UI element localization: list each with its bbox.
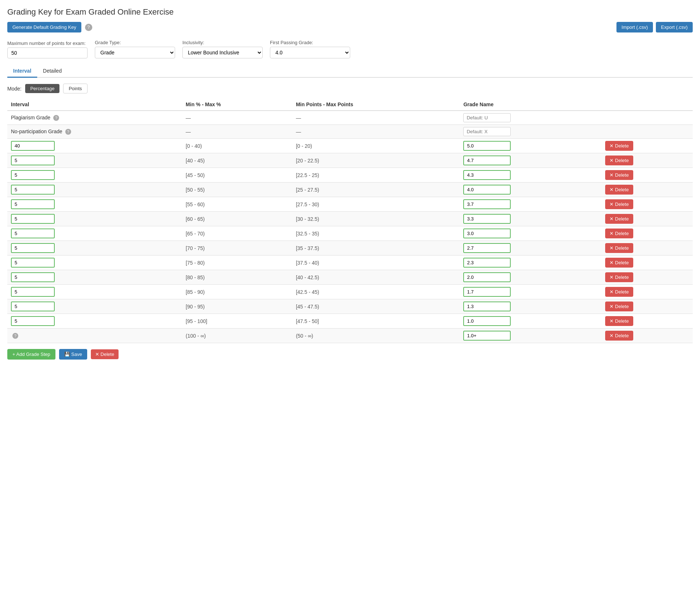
interval-cell [7, 314, 182, 329]
grade-name-input[interactable] [463, 214, 511, 224]
interval-input[interactable] [11, 185, 55, 195]
delete-cell: ✕ Delete [602, 285, 693, 299]
grade-default-input[interactable] [463, 127, 511, 136]
interval-cell [7, 270, 182, 285]
delete-row-button[interactable]: ✕ Delete [605, 243, 633, 253]
interval-input[interactable] [11, 287, 55, 297]
grade-name-cell [460, 299, 602, 314]
import-csv-button[interactable]: Import (.csv) [616, 22, 653, 32]
interval-input[interactable] [11, 229, 55, 238]
interval-input[interactable] [11, 170, 55, 180]
min-max-pct-cell: [50 - 55) [182, 183, 292, 197]
delete-row-button[interactable]: ✕ Delete [605, 229, 633, 238]
help-icon[interactable]: ? [65, 129, 71, 135]
interval-input[interactable] [11, 316, 55, 326]
grade-name-input[interactable] [463, 229, 511, 238]
delete-row-button[interactable]: ✕ Delete [605, 316, 633, 326]
interval-input[interactable] [11, 156, 55, 165]
min-max-pct-cell: [40 - 45) [182, 153, 292, 168]
mode-label: Mode: [7, 86, 22, 92]
grade-name-input[interactable] [463, 287, 511, 297]
grade-name-cell [460, 197, 602, 212]
interval-input[interactable] [11, 302, 55, 311]
delete-row-button[interactable]: ✕ Delete [605, 272, 633, 282]
col-header-interval: Interval [7, 99, 182, 111]
delete-cell: ✕ Delete [602, 139, 693, 153]
grade-type-select[interactable]: Grade Pass/Fail [95, 47, 175, 58]
delete-row-button[interactable]: ✕ Delete [605, 170, 633, 180]
first-passing-grade-select[interactable]: 1.0 1.3 1.7 2.0 2.3 2.7 3.0 3.3 3.7 4.0 … [270, 47, 350, 58]
interval-cell [7, 197, 182, 212]
help-icon[interactable]: ? [85, 24, 92, 31]
top-bar-right: Import (.csv) Export (.csv) [616, 22, 693, 32]
delete-cell: ✕ Delete [602, 197, 693, 212]
delete-row-button[interactable]: ✕ Delete [605, 199, 633, 209]
delete-row-button[interactable]: ✕ Delete [605, 141, 633, 151]
grade-name-input[interactable] [463, 243, 511, 253]
min-max-pct-cell: [85 - 90) [182, 285, 292, 299]
grade-name-input[interactable] [463, 185, 511, 195]
interval-cell [7, 226, 182, 241]
tab-detailed[interactable]: Detailed [37, 65, 67, 78]
min-max-points-cell: [22.5 - 25) [292, 168, 460, 183]
grade-name-input[interactable] [463, 272, 511, 282]
mode-points-button[interactable]: Points [63, 84, 87, 93]
first-passing-grade-group: First Passing Grade: 1.0 1.3 1.7 2.0 2.3… [270, 40, 350, 58]
delete-row-button[interactable]: ✕ Delete [605, 156, 633, 165]
grade-name-input[interactable] [463, 331, 511, 341]
min-max-pct-cell: [80 - 85) [182, 270, 292, 285]
special-row-minmax: — [182, 111, 292, 125]
help-icon[interactable]: ? [53, 115, 59, 121]
tab-interval[interactable]: Interval [7, 65, 37, 78]
col-header-actions [602, 99, 693, 111]
help-icon[interactable]: ? [12, 333, 18, 339]
interval-input[interactable] [11, 199, 55, 209]
min-max-points-cell: [42.5 - 45) [292, 285, 460, 299]
interval-cell [7, 241, 182, 256]
delete-row-button[interactable]: ✕ Delete [605, 185, 633, 195]
grade-name-input[interactable] [463, 258, 511, 268]
delete-row-button[interactable]: ✕ Delete [605, 331, 633, 341]
top-bar-left: Generate Default Grading Key ? [7, 22, 92, 32]
grade-name-cell [460, 226, 602, 241]
grade-name-input[interactable] [463, 156, 511, 165]
save-button[interactable]: 💾 Save [59, 349, 87, 360]
special-row-name: No-participation Grade ? [7, 125, 182, 139]
grade-name-input[interactable] [463, 141, 511, 151]
delete-button[interactable]: ✕ Delete [91, 349, 119, 359]
min-max-pct-cell: [90 - 95) [182, 299, 292, 314]
generate-default-grading-key-button[interactable]: Generate Default Grading Key [7, 22, 81, 32]
table-row: [75 - 80) [37.5 - 40) ✕ Delete [7, 256, 693, 270]
delete-cell: ✕ Delete [602, 270, 693, 285]
interval-cell [7, 285, 182, 299]
add-grade-step-button[interactable]: + Add Grade Step [7, 349, 55, 360]
delete-row-button[interactable]: ✕ Delete [605, 302, 633, 311]
grade-name-input[interactable] [463, 199, 511, 209]
export-csv-button[interactable]: Export (.csv) [656, 22, 693, 32]
min-max-points-cell: (50 - ∞) [292, 329, 460, 343]
min-max-points-cell: [0 - 20) [292, 139, 460, 153]
min-max-pct-cell: [65 - 70) [182, 226, 292, 241]
interval-input[interactable] [11, 214, 55, 224]
interval-input[interactable] [11, 272, 55, 282]
mode-percentage-button[interactable]: Percentage [25, 84, 60, 93]
col-header-min-max-points: Min Points - Max Points [292, 99, 460, 111]
table-row: [80 - 85) [40 - 42.5) ✕ Delete [7, 270, 693, 285]
grade-name-cell [460, 153, 602, 168]
grade-name-input[interactable] [463, 170, 511, 180]
table-row: [95 - 100] [47.5 - 50] ✕ Delete [7, 314, 693, 329]
min-max-pct-cell: [45 - 50) [182, 168, 292, 183]
delete-row-button[interactable]: ✕ Delete [605, 214, 633, 224]
interval-input[interactable] [11, 243, 55, 253]
inclusivity-select[interactable]: Lower Bound Inclusive Upper Bound Inclus… [182, 47, 263, 58]
max-points-input[interactable] [7, 47, 88, 58]
grade-name-cell [460, 270, 602, 285]
delete-row-button[interactable]: ✕ Delete [605, 258, 633, 268]
delete-row-button[interactable]: ✕ Delete [605, 287, 633, 297]
interval-input[interactable] [11, 141, 55, 151]
grade-name-input[interactable] [463, 302, 511, 311]
interval-input[interactable] [11, 258, 55, 268]
grade-name-input[interactable] [463, 316, 511, 326]
grade-default-input[interactable] [463, 113, 511, 122]
grade-type-group: Grade Type: Grade Pass/Fail [95, 40, 175, 58]
